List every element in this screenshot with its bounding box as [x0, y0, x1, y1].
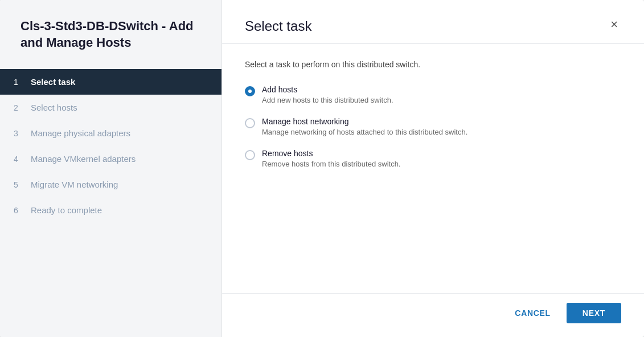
radio-circle-remove-hosts [245, 150, 255, 160]
radio-text-manage-host-networking: Manage host networking Manage networking… [262, 117, 467, 136]
step-label: Select hosts [31, 103, 77, 112]
content-footer: CANCEL NEXT [222, 293, 644, 337]
content-header: Select task × [222, 0, 644, 44]
step-number: 6 [14, 206, 25, 215]
content-title: Select task [245, 18, 311, 34]
sidebar-step-4[interactable]: 4 Manage VMkernel adapters [0, 146, 221, 172]
step-number: 4 [14, 155, 25, 164]
radio-option-remove-hosts[interactable]: Remove hosts Remove hosts from this dist… [245, 149, 621, 168]
radio-desc-remove-hosts: Remove hosts from this distributed switc… [262, 160, 400, 168]
sidebar-step-2[interactable]: 2 Select hosts [0, 95, 221, 120]
step-number: 3 [14, 129, 25, 138]
radio-text-remove-hosts: Remove hosts Remove hosts from this dist… [262, 149, 400, 168]
sidebar-step-6[interactable]: 6 Ready to complete [0, 197, 221, 223]
step-label: Migrate VM networking [31, 180, 118, 189]
step-label: Select task [31, 77, 75, 87]
step-label: Manage VMkernel adapters [31, 154, 136, 164]
radio-option-manage-host-networking[interactable]: Manage host networking Manage networking… [245, 117, 621, 136]
radio-group: Add hosts Add new hosts to this distribu… [245, 85, 621, 168]
step-number: 1 [14, 78, 25, 87]
radio-label-add-hosts: Add hosts [262, 85, 393, 94]
cancel-button[interactable]: CANCEL [506, 303, 560, 323]
radio-label-remove-hosts: Remove hosts [262, 149, 400, 158]
close-button[interactable]: × [607, 17, 621, 32]
radio-circle-add-hosts [245, 86, 255, 96]
dialog: Cls-3-Std3-DB-DSwitch - Add and Manage H… [0, 0, 644, 337]
content-description: Select a task to perform on this distrib… [245, 60, 621, 69]
sidebar-step-3[interactable]: 3 Manage physical adapters [0, 120, 221, 146]
content-area: Select task × Select a task to perform o… [222, 0, 644, 337]
sidebar-step-5[interactable]: 5 Migrate VM networking [0, 172, 221, 197]
radio-desc-add-hosts: Add new hosts to this distributed switch… [262, 96, 393, 104]
next-button[interactable]: NEXT [567, 303, 621, 323]
step-label: Ready to complete [31, 205, 102, 215]
sidebar-title: Cls-3-Std3-DB-DSwitch - Add and Manage H… [0, 18, 221, 69]
sidebar-step-1[interactable]: 1 Select task [0, 69, 221, 95]
step-number: 2 [14, 103, 25, 112]
radio-circle-manage-host-networking [245, 118, 255, 128]
step-label: Manage physical adapters [31, 128, 130, 138]
radio-text-add-hosts: Add hosts Add new hosts to this distribu… [262, 85, 393, 104]
radio-desc-manage-host-networking: Manage networking of hosts attached to t… [262, 128, 467, 136]
radio-label-manage-host-networking: Manage host networking [262, 117, 467, 126]
radio-option-add-hosts[interactable]: Add hosts Add new hosts to this distribu… [245, 85, 621, 104]
step-number: 5 [14, 180, 25, 189]
content-body: Select a task to perform on this distrib… [222, 44, 644, 293]
sidebar: Cls-3-Std3-DB-DSwitch - Add and Manage H… [0, 0, 222, 337]
sidebar-steps: 1 Select task 2 Select hosts 3 Manage ph… [0, 69, 221, 323]
